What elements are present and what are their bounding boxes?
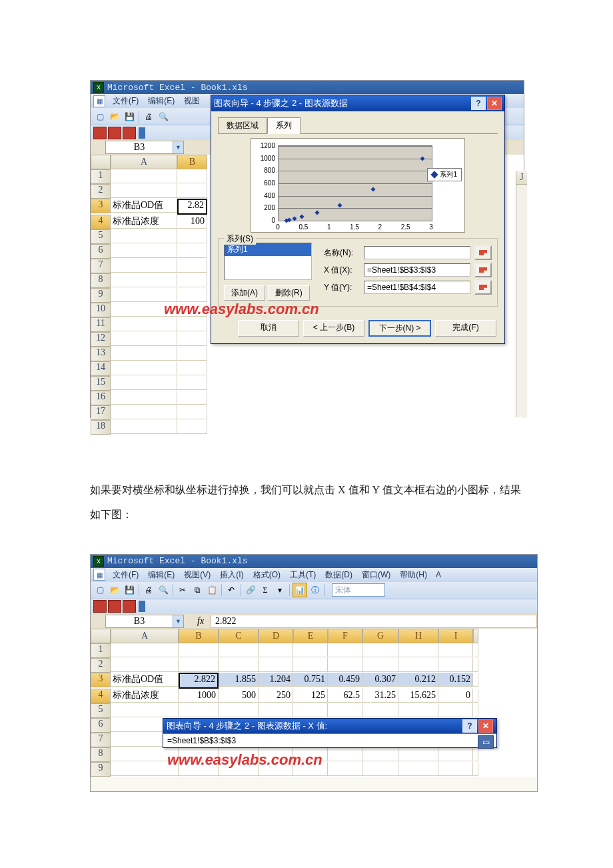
cell[interactable] <box>111 184 177 198</box>
cell[interactable] <box>293 643 328 657</box>
cancel-button[interactable]: 取消 <box>238 320 299 337</box>
row-header[interactable]: 14 <box>91 361 111 376</box>
tab-series[interactable]: 系列 <box>267 117 301 134</box>
menu-edit[interactable]: 编辑(E) <box>143 95 179 107</box>
cell[interactable] <box>259 762 293 776</box>
col-B[interactable]: B <box>179 629 219 643</box>
cell[interactable] <box>177 391 207 405</box>
row-header[interactable]: 10 <box>91 303 111 317</box>
cell[interactable] <box>111 420 177 434</box>
print-icon[interactable] <box>142 583 155 597</box>
cell[interactable] <box>259 703 293 717</box>
cell[interactable]: 标准品OD值 <box>111 199 177 213</box>
name-box-2[interactable]: B3 <box>105 615 173 628</box>
cell[interactable] <box>111 405 177 419</box>
preview-icon[interactable]: 🔍 <box>157 110 170 123</box>
series-listbox[interactable]: 系列1 <box>224 243 312 280</box>
cell[interactable] <box>111 703 179 717</box>
expand-icon[interactable]: ▭ <box>478 735 494 749</box>
cell[interactable] <box>398 703 438 717</box>
y-ref-icon[interactable] <box>474 280 492 295</box>
pdf-icon-3[interactable] <box>123 600 136 613</box>
cell[interactable]: 0.459 <box>328 673 362 687</box>
menu-data[interactable]: 数据(D) <box>320 569 357 581</box>
x-input[interactable]: =Sheet1!$B$3:$I$3 <box>364 263 470 277</box>
cell[interactable] <box>293 658 328 672</box>
cell[interactable] <box>177 347 207 361</box>
menu-tools[interactable]: 工具(T) <box>285 569 320 581</box>
open-icon[interactable] <box>108 583 121 597</box>
row-header[interactable]: 1 <box>91 169 111 184</box>
y-input[interactable]: =Sheet1!$B$4:$I$4 <box>364 281 470 294</box>
cell[interactable] <box>177 420 207 434</box>
pdf-icon-1[interactable] <box>93 127 107 139</box>
row-header[interactable]: 1 <box>91 643 111 658</box>
menu-window[interactable]: 窗口(W) <box>357 569 395 581</box>
cell[interactable]: 1.204 <box>259 673 293 687</box>
cell[interactable] <box>259 658 293 672</box>
worksheet-grid-2[interactable]: ABCDEFGHI123标准品OD值2.8221.8551.2040.7510.… <box>91 629 537 777</box>
cell[interactable] <box>219 643 259 657</box>
col-G[interactable]: G <box>362 629 398 643</box>
cell[interactable] <box>179 762 219 776</box>
cell[interactable] <box>177 273 207 287</box>
cell[interactable] <box>177 317 207 331</box>
cell[interactable] <box>438 703 473 717</box>
name-box-dropdown-icon[interactable]: ▼ <box>173 615 184 628</box>
cell[interactable]: 15.625 <box>398 689 438 703</box>
link-icon[interactable]: 🔗 <box>244 583 257 597</box>
cell[interactable] <box>219 658 259 672</box>
row-header[interactable]: 7 <box>91 733 111 747</box>
preview-icon[interactable]: 🔍 <box>157 583 170 597</box>
name-box-dropdown-icon[interactable]: ▼ <box>173 141 184 154</box>
cell[interactable]: 0 <box>438 689 473 703</box>
cell[interactable] <box>328 703 362 717</box>
row-header[interactable]: 4 <box>91 215 111 229</box>
cell[interactable]: 0.751 <box>293 673 328 687</box>
autosum-icon[interactable]: Σ <box>259 583 272 597</box>
pdf-icon-3[interactable] <box>123 127 136 139</box>
cell[interactable] <box>111 259 177 273</box>
cell[interactable] <box>179 643 219 657</box>
help-icon[interactable] <box>308 583 322 597</box>
row-header[interactable]: 2 <box>91 658 111 673</box>
formula-bar[interactable]: 2.822 <box>211 615 537 628</box>
cell[interactable] <box>438 747 473 761</box>
menu-view[interactable]: 视图 <box>179 95 205 107</box>
menu-help[interactable]: 帮助(H) <box>395 569 432 581</box>
cell[interactable]: 标准品浓度 <box>111 689 179 703</box>
cell[interactable] <box>328 643 362 657</box>
cell[interactable]: 标准品OD值 <box>111 673 179 687</box>
cell[interactable]: 1.855 <box>219 673 259 687</box>
cell[interactable] <box>179 703 219 717</box>
save-icon[interactable] <box>123 110 136 123</box>
pdf-icon-2[interactable] <box>108 127 121 139</box>
cell[interactable] <box>111 229 177 243</box>
cell[interactable] <box>293 703 328 717</box>
paste-icon[interactable]: 📋 <box>205 583 219 597</box>
cell[interactable]: 250 <box>259 689 293 703</box>
new-icon[interactable] <box>93 110 107 123</box>
cut-icon[interactable]: ✂ <box>176 583 189 597</box>
col-A[interactable]: A <box>111 629 179 643</box>
next-button[interactable]: 下一步(N) > <box>368 320 431 337</box>
save-icon[interactable] <box>123 583 136 597</box>
col-I[interactable]: I <box>438 629 473 643</box>
toolbar-dropdown[interactable] <box>139 601 145 612</box>
undo-icon[interactable]: ↶ <box>225 583 238 597</box>
menu-edit[interactable]: 编辑(E) <box>143 569 179 581</box>
row-header[interactable]: 5 <box>91 703 111 718</box>
row-header[interactable]: 18 <box>91 420 111 435</box>
cell[interactable] <box>398 658 438 672</box>
select-all-icon[interactable] <box>91 629 111 643</box>
cell[interactable] <box>177 376 207 390</box>
cell[interactable] <box>219 762 259 776</box>
cell[interactable]: 500 <box>219 689 259 703</box>
name-input[interactable] <box>364 246 470 259</box>
cell[interactable]: 2.822 <box>179 673 219 689</box>
cell[interactable] <box>179 658 219 672</box>
cell[interactable] <box>111 643 179 657</box>
cell[interactable] <box>362 762 398 776</box>
cell[interactable] <box>177 288 207 302</box>
cell[interactable]: 2.82 <box>177 199 207 215</box>
